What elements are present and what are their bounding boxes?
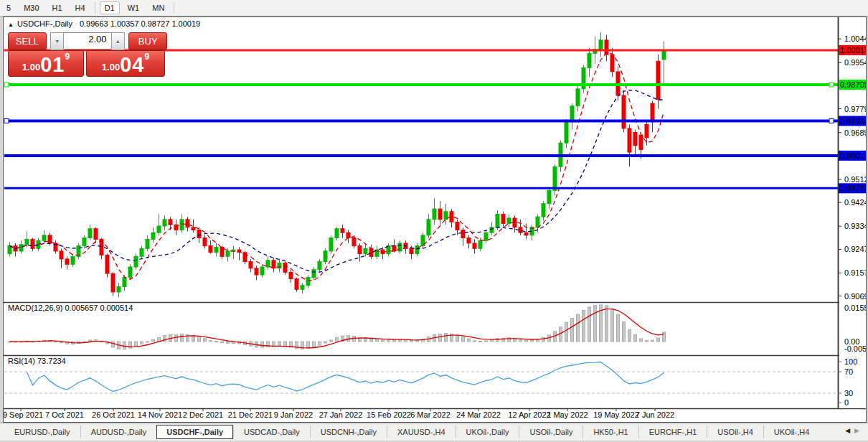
one-click-trade-panel: SELL ▼ 2.00 ▲ BUY 1.00 01 9 1.00 04 9: [8, 32, 167, 77]
svg-text:0.97795: 0.97795: [844, 105, 866, 113]
svg-text:0.94783: 0.94783: [840, 184, 866, 192]
svg-text:0.99545: 0.99545: [844, 58, 866, 67]
timeframe-button-m30[interactable]: M30: [19, 1, 44, 14]
buy-price-point: 9: [144, 52, 149, 62]
price-chart: 1.004450.995450.977950.968950.951200.942…: [4, 17, 866, 422]
chart-tab[interactable]: USDCNH-,Daily: [310, 425, 387, 438]
chart-tab[interactable]: EURUSD-,Daily: [4, 425, 80, 438]
sell-price-pips: 01: [40, 55, 65, 75]
chart-tab[interactable]: XAUUSD-,H4: [387, 425, 456, 438]
svg-text:15 Feb 2022: 15 Feb 2022: [367, 410, 411, 419]
svg-text:0.93345: 0.93345: [844, 222, 866, 230]
svg-text:0.94245: 0.94245: [844, 198, 866, 207]
buy-price-prefix: 1.00: [102, 60, 120, 75]
svg-text:0.98709: 0.98709: [840, 80, 866, 89]
sell-price-prefix: 1.00: [22, 60, 40, 75]
rsi-label: RSI(14) 73.7234: [8, 357, 66, 365]
svg-text:-0.005075: -0.005075: [844, 344, 866, 353]
collapse-icon[interactable]: ▲: [8, 22, 14, 28]
svg-text:70: 70: [844, 367, 853, 376]
svg-text:27 Jan 2022: 27 Jan 2022: [319, 410, 363, 419]
svg-text:2 Dec 2021: 2 Dec 2021: [183, 410, 223, 419]
svg-text:21 Dec 2021: 21 Dec 2021: [228, 410, 273, 419]
chart-tab[interactable]: HK50-,H1: [582, 425, 638, 438]
svg-text:1 May 2022: 1 May 2022: [547, 410, 588, 419]
buy-button[interactable]: BUY: [128, 32, 167, 50]
svg-text:100: 100: [844, 357, 857, 366]
svg-text:6 Mar 2022: 6 Mar 2022: [410, 410, 450, 419]
chart-title: ▲USDCHF-,Daily0.99663 1.00357 0.98727 1.…: [8, 19, 200, 28]
svg-text:0.95120: 0.95120: [844, 175, 866, 184]
buy-price-display[interactable]: 1.00 04 9: [86, 50, 165, 77]
svg-text:26 Oct 2021: 26 Oct 2021: [92, 410, 135, 419]
sell-button[interactable]: SELL: [8, 32, 47, 50]
date-axis[interactable]: 19 Sep 20217 Oct 202126 Oct 202114 Nov 2…: [4, 408, 674, 419]
svg-text:24 Mar 2022: 24 Mar 2022: [456, 410, 501, 419]
chart-tab[interactable]: USDCHF-,Daily: [156, 425, 233, 439]
tab-scroll-left-icon[interactable]: ◀: [845, 427, 854, 434]
chart-tab[interactable]: UKOil-,Daily: [456, 425, 519, 438]
line-handle[interactable]: [4, 83, 9, 87]
svg-text:19 May 2022: 19 May 2022: [593, 410, 639, 419]
chart-symbol-label: USDCHF-,Daily: [17, 19, 72, 28]
line-handle[interactable]: [829, 83, 834, 87]
volume-increase-button[interactable]: ▲: [111, 32, 125, 50]
svg-text:9 Jan 2022: 9 Jan 2022: [274, 410, 313, 419]
line-handle[interactable]: [4, 119, 9, 123]
volume-input[interactable]: 2.00: [64, 32, 110, 50]
sell-price-point: 9: [65, 52, 70, 62]
svg-text:14 Nov 2021: 14 Nov 2021: [138, 410, 182, 419]
timeframe-button-5[interactable]: 5: [1, 1, 16, 14]
buy-price-pips: 04: [120, 55, 144, 75]
svg-text:0.90695: 0.90695: [844, 292, 866, 301]
line-handle[interactable]: [829, 119, 834, 123]
svg-text:30: 30: [844, 389, 853, 398]
macd-label: MACD(12,26,9) 0.005657 0.000514: [8, 304, 133, 312]
chart-ohlc-values: 0.99663 1.00357 0.98727 1.00019: [80, 19, 200, 28]
chart-tab[interactable]: USDCAD-,Daily: [233, 425, 310, 438]
svg-text:1.00017: 1.00017: [840, 46, 866, 55]
chart-window: 1.004450.995450.977950.968950.951200.942…: [3, 17, 867, 423]
sell-price-display[interactable]: 1.00 01 9: [8, 50, 84, 77]
svg-text:0.91570: 0.91570: [844, 268, 866, 277]
volume-decrease-button[interactable]: ▼: [50, 32, 64, 50]
chart-tab[interactable]: USOil-,Daily: [519, 425, 582, 438]
chart-tab[interactable]: USOil-,H4: [707, 425, 763, 438]
svg-text:0.96895: 0.96895: [844, 128, 866, 137]
chart-tab-bar: EURUSD-,DailyAUDUSD-,DailyUSDCHF-,DailyU…: [0, 423, 868, 441]
timeframe-button-mn[interactable]: MN: [147, 1, 169, 14]
timeframe-button-h1[interactable]: H1: [47, 1, 67, 14]
chart-tab[interactable]: AUDUSD-,Daily: [80, 425, 157, 438]
svg-text:0: 0: [844, 398, 849, 407]
chart-tab[interactable]: UKOil-,H4: [763, 425, 820, 438]
svg-text:0.97334: 0.97334: [840, 117, 866, 126]
timeframe-toolbar: 5M30H1H4D1W1MN: [0, 0, 868, 17]
svg-text:0.01555: 0.01555: [844, 304, 866, 312]
svg-text:7 Jun 2022: 7 Jun 2022: [636, 410, 674, 419]
svg-text:0.92470: 0.92470: [844, 245, 866, 253]
svg-text:19 Sep 2021: 19 Sep 2021: [4, 410, 43, 419]
timeframe-button-d1[interactable]: D1: [100, 1, 120, 14]
svg-text:1.00445: 1.00445: [844, 34, 866, 43]
svg-text:0.96019: 0.96019: [840, 151, 866, 160]
chart-tab[interactable]: EURCHF-,H1: [638, 425, 707, 438]
svg-text:12 Apr 2022: 12 Apr 2022: [508, 410, 550, 419]
tab-scroll-right-icon[interactable]: ▶: [854, 427, 864, 434]
svg-text:7 Oct 2021: 7 Oct 2021: [45, 410, 84, 419]
timeframe-button-w1[interactable]: W1: [123, 1, 145, 14]
tab-scroll-arrows: ◀▶: [845, 427, 864, 434]
timeframe-button-h4[interactable]: H4: [70, 1, 90, 14]
